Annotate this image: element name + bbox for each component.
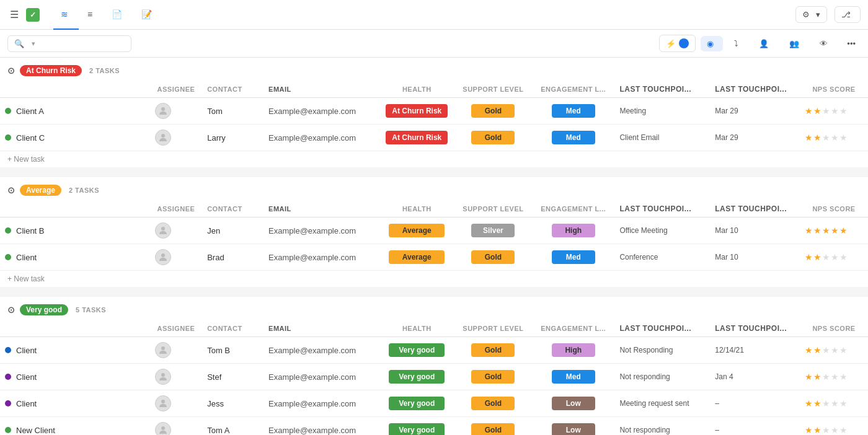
col-header-contact: CONTACT [202, 320, 264, 337]
star-empty-icon: ★ [839, 372, 848, 382]
assignees-button[interactable]: 👥 [783, 36, 808, 51]
engagement-cell: Low [532, 417, 614, 436]
avatar [155, 249, 171, 265]
more-options-button[interactable]: ••• [842, 36, 861, 51]
star-full-icon: ★ [813, 133, 822, 143]
table-row[interactable]: New Client Tom A Example@example.com Ver… [0, 417, 868, 436]
task-name-cell: Client C [0, 125, 150, 151]
health-badge: Average [389, 250, 445, 264]
star-full-icon: ★ [805, 106, 813, 116]
col-header-touchpoint1: LAST TOUCHPOI... [614, 201, 710, 218]
email-cell: Example@example.com [264, 98, 379, 125]
support-badge: Gold [471, 131, 515, 144]
task-dot-icon [5, 427, 11, 433]
tab-renewal[interactable]: ≡ [80, 0, 103, 30]
new-task-button[interactable]: + New task [0, 151, 868, 167]
col-header-touchpoint1: LAST TOUCHPOI... [614, 81, 710, 98]
tab-engagement[interactable]: ≋ [53, 0, 79, 30]
touchpoint2-cell: Mar 29 [710, 98, 800, 125]
health-badge: Very good [389, 370, 445, 384]
support-cell: Gold [454, 390, 532, 417]
task-dot-icon [5, 374, 11, 380]
col-header-assignee: ASSIGNEE [150, 320, 202, 337]
search-icon: 🔍 [14, 39, 24, 48]
me-button[interactable]: 👤 [753, 36, 778, 51]
health-badge: At Churn Risk [386, 131, 448, 144]
subtasks-button[interactable]: ⤵ [728, 36, 748, 51]
engagement-cell: Med [532, 98, 614, 125]
group-by-button[interactable]: ◉ [701, 36, 723, 51]
engagement-cell: Med [532, 125, 614, 151]
col-header-task [0, 201, 150, 218]
new-task-button[interactable]: + New task [0, 271, 868, 287]
touchpoint2-cell: – [710, 390, 800, 417]
nav-tabs: ≋ ≡ 📄 📝 [53, 0, 790, 30]
assignee-cell [150, 244, 202, 271]
nav-right: ⚙ ▾ ⎇ [795, 6, 861, 23]
search-chevron-icon: ▾ [32, 40, 35, 48]
task-name-cell: Client [0, 337, 150, 364]
star-rating: ★★★★★ [805, 133, 863, 143]
health-cell: Average [379, 218, 454, 244]
star-empty-icon: ★ [839, 398, 848, 408]
health-badge: Very good [389, 423, 445, 435]
task-name-cell: Client A [0, 98, 150, 125]
toolbar-right: ⚡ ◉ ⤵ 👤 👥 👁 ••• [659, 35, 861, 52]
star-empty-icon: ★ [831, 372, 839, 382]
table-row[interactable]: Client B Jen Example@example.com Average… [0, 218, 868, 244]
avatar [155, 369, 171, 385]
col-header-health: HEALTH [379, 320, 454, 337]
star-full-icon: ★ [813, 226, 822, 235]
table-row[interactable]: Client Stef Example@example.com Very goo… [0, 364, 868, 390]
engagement-badge: High [552, 224, 595, 237]
health-cell: Very good [379, 390, 454, 417]
me-icon: 👤 [759, 39, 769, 48]
group-icon: ◉ [707, 39, 714, 48]
section-chevron-icon[interactable]: ⊙ [7, 185, 15, 195]
table-row[interactable]: Client Tom B Example@example.com Very go… [0, 337, 868, 364]
support-badge: Gold [471, 104, 515, 118]
automate-button[interactable]: ⚙ ▾ [795, 6, 827, 23]
renewal-tab-icon: ≡ [87, 9, 92, 19]
table-row[interactable]: Client A Tom Example@example.com At Chur… [0, 98, 868, 125]
star-full-icon: ★ [805, 252, 813, 262]
table-row[interactable]: Client Brad Example@example.com Average … [0, 244, 868, 271]
support-badge: Gold [471, 370, 515, 384]
filter-button[interactable]: ⚡ [659, 35, 696, 52]
contact-cell: Jen [202, 218, 264, 244]
star-empty-icon: ★ [831, 106, 839, 116]
star-full-icon: ★ [813, 398, 822, 408]
svg-point-5 [161, 373, 165, 377]
health-cell: Average [379, 244, 454, 271]
section-badge: At Churn Risk [20, 65, 82, 76]
tab-playbook[interactable]: 📄 [104, 0, 133, 30]
task-name-cell: Client [0, 244, 150, 271]
nps-cell: ★★★★★ [800, 364, 868, 390]
table-row[interactable]: Client Jess Example@example.com Very goo… [0, 390, 868, 417]
task-name-cell: Client [0, 390, 150, 417]
add-view-button[interactable] [164, 11, 176, 19]
task-name-label: Client [16, 399, 37, 408]
email-cell: Example@example.com [264, 417, 379, 436]
show-button[interactable]: 👁 [813, 36, 837, 51]
section-chevron-icon[interactable]: ⊙ [7, 305, 15, 315]
health-cell: Very good [379, 364, 454, 390]
engagement-badge: Med [552, 250, 595, 264]
search-box[interactable]: 🔍 ▾ [7, 35, 131, 52]
nps-cell: ★★★★★ [800, 417, 868, 436]
star-empty-icon: ★ [839, 345, 848, 355]
table-row[interactable]: Client C Larry Example@example.com At Ch… [0, 125, 868, 151]
col-header-contact: CONTACT [202, 201, 264, 218]
contact-cell: Stef [202, 364, 264, 390]
tab-feedback[interactable]: 📝 [134, 0, 162, 30]
share-button[interactable]: ⎇ [835, 6, 861, 23]
touchpoint1-cell: Office Meeting [614, 218, 710, 244]
section-chevron-icon[interactable]: ⊙ [7, 66, 15, 76]
task-name-label: Client [16, 372, 37, 382]
engagement-cell: High [532, 337, 614, 364]
hamburger-icon[interactable]: ☰ [7, 6, 21, 23]
nps-cell: ★★★★★ [800, 98, 868, 125]
assignee-cell [150, 390, 202, 417]
nps-cell: ★★★★★ [800, 337, 868, 364]
touchpoint2-cell: Mar 10 [710, 244, 800, 271]
